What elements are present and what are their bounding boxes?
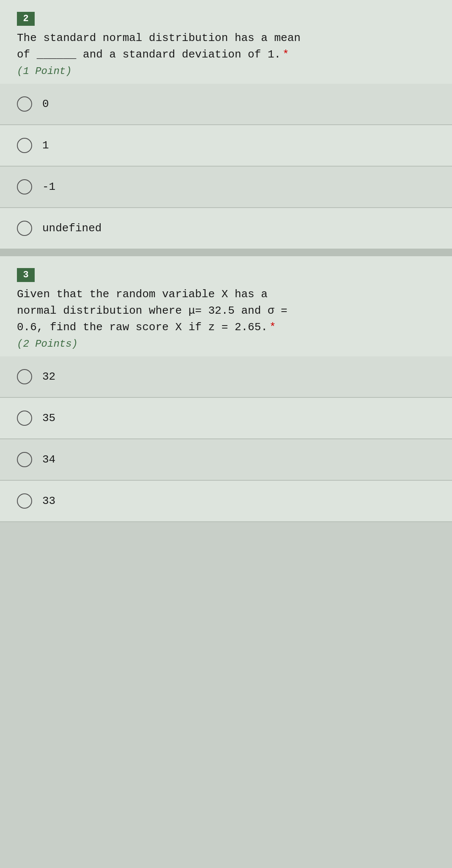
option-q2-1-label: 1: [42, 139, 49, 152]
option-q3-3[interactable]: 33: [0, 481, 452, 522]
radio-q3-1[interactable]: [17, 411, 32, 426]
question-3-text: Given that the random variable X has a n…: [17, 286, 435, 352]
question-2-text: The standard normal distribution has a m…: [17, 30, 435, 79]
radio-q2-2[interactable]: [17, 179, 32, 194]
radio-q3-0[interactable]: [17, 369, 32, 384]
option-q3-2[interactable]: 34: [0, 439, 452, 481]
section-divider: [0, 249, 452, 256]
question-2-number: 2: [17, 12, 35, 26]
radio-q2-1[interactable]: [17, 138, 32, 153]
radio-q2-0[interactable]: [17, 96, 32, 112]
option-q2-2[interactable]: -1: [0, 167, 452, 208]
option-q2-3-label: undefined: [42, 222, 101, 235]
option-q3-1[interactable]: 35: [0, 398, 452, 439]
question-3-block: 3 Given that the random variable X has a…: [0, 256, 452, 356]
question-2-required: *: [282, 48, 289, 61]
option-q3-3-label: 33: [42, 495, 55, 507]
radio-q2-3[interactable]: [17, 221, 32, 236]
question-3-required: *: [269, 321, 276, 334]
question-3-points: (2 Points): [17, 338, 78, 350]
question-3-number: 3: [17, 268, 35, 282]
option-q3-0[interactable]: 32: [0, 356, 452, 398]
option-q2-3[interactable]: undefined: [0, 208, 452, 249]
question-2-points: (1 Point): [17, 66, 72, 77]
option-q2-2-label: -1: [42, 181, 55, 193]
option-q3-0-label: 32: [42, 370, 55, 383]
option-q3-1-label: 35: [42, 412, 55, 424]
radio-q3-3[interactable]: [17, 493, 32, 509]
option-q2-0[interactable]: 0: [0, 84, 452, 125]
option-q2-1[interactable]: 1: [0, 125, 452, 167]
radio-q3-2[interactable]: [17, 452, 32, 467]
question-2-block: 2 The standard normal distribution has a…: [0, 0, 452, 84]
option-q2-0-label: 0: [42, 98, 49, 110]
option-q3-2-label: 34: [42, 453, 55, 466]
